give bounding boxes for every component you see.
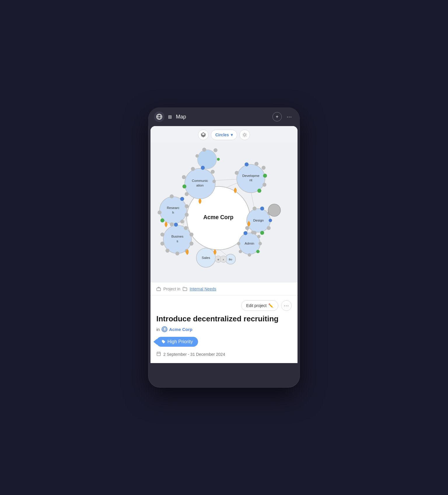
map-canvas[interactable]: Communic ation Developme nt	[150, 142, 298, 283]
svg-point-87	[244, 231, 248, 235]
edit-project-button[interactable]: Edit project ✏️	[241, 300, 278, 311]
circles-label: Circles	[215, 133, 229, 137]
svg-point-45	[245, 162, 249, 166]
svg-point-91	[256, 250, 260, 253]
svg-text:s: s	[176, 239, 178, 243]
chevron-down-icon: ▾	[231, 133, 233, 137]
svg-text:Developme: Developme	[242, 174, 260, 177]
circles-view-button[interactable]: Circles ▾	[211, 130, 237, 140]
add-button[interactable]: +	[272, 112, 282, 121]
svg-point-92	[248, 253, 251, 257]
calendar-icon	[156, 351, 161, 357]
svg-point-46	[255, 162, 259, 166]
svg-point-39	[182, 175, 186, 179]
svg-point-49	[262, 183, 267, 187]
svg-point-62	[158, 210, 162, 215]
svg-point-71	[175, 252, 179, 256]
briefcase-icon	[156, 287, 161, 291]
app-title: Map	[176, 114, 269, 120]
svg-point-82	[260, 231, 264, 235]
svg-point-80	[269, 219, 272, 222]
svg-point-41	[185, 192, 189, 196]
svg-text:Communic: Communic	[192, 179, 208, 182]
svg-point-37	[211, 170, 215, 174]
folder-icon	[183, 287, 187, 291]
map-toolbar: Circles ▾	[150, 126, 298, 142]
svg-rect-105	[157, 288, 160, 291]
more-button[interactable]: ···	[285, 112, 294, 121]
acme-corp-link[interactable]: Acme Corp	[169, 327, 192, 332]
svg-text:Bo: Bo	[229, 258, 232, 261]
content-area: Circles ▾	[150, 126, 298, 363]
svg-point-47	[262, 166, 266, 170]
layers-button[interactable]	[198, 130, 209, 140]
svg-text:Researc: Researc	[167, 206, 179, 210]
svg-line-7	[246, 136, 246, 137]
project-in-bar: Project in Internal Needs	[150, 283, 298, 296]
svg-point-69	[190, 242, 194, 246]
device-frame: ⊞ Map + ··· Circles ▾	[148, 107, 300, 388]
svg-point-30	[217, 158, 220, 161]
grid-icon: ⊞	[168, 114, 172, 120]
svg-text:∧: ∧	[223, 258, 224, 261]
map-svg: Communic ation Developme nt	[150, 142, 298, 283]
svg-text:ation: ation	[196, 183, 204, 187]
svg-rect-109	[157, 352, 160, 356]
app-logo[interactable]	[154, 111, 164, 122]
svg-text:nt: nt	[249, 178, 252, 182]
tag-icon	[162, 340, 166, 344]
svg-point-90	[258, 242, 262, 245]
svg-line-6	[243, 133, 243, 133]
svg-point-36	[201, 166, 205, 170]
in-label: in	[156, 327, 160, 332]
project-more-button[interactable]: ···	[281, 300, 292, 311]
date-row: 2 September - 31 December 2024	[156, 351, 292, 357]
svg-point-58	[185, 213, 189, 217]
svg-text:Admin: Admin	[245, 241, 254, 245]
svg-point-89	[257, 235, 260, 238]
svg-point-38	[212, 180, 216, 183]
svg-point-84	[245, 226, 249, 230]
edit-row: Edit project ✏️ ···	[156, 300, 292, 311]
svg-point-31	[195, 154, 199, 158]
svg-text:Sales: Sales	[202, 256, 210, 259]
priority-tag[interactable]: High Priority	[156, 337, 198, 347]
svg-point-77	[253, 207, 257, 211]
svg-point-3	[244, 134, 246, 136]
svg-point-72	[165, 249, 169, 253]
project-detail: Edit project ✏️ ··· Introduce decentrali…	[150, 296, 298, 363]
svg-point-56	[180, 197, 184, 201]
svg-point-67	[184, 226, 188, 230]
svg-point-73	[160, 242, 164, 246]
svg-point-48	[263, 174, 267, 178]
title-bar: ⊞ Map + ···	[148, 107, 300, 126]
svg-point-35	[191, 167, 195, 171]
svg-point-28	[202, 148, 206, 152]
svg-point-68	[190, 233, 194, 237]
svg-line-11	[246, 133, 246, 133]
svg-point-40	[183, 184, 187, 189]
svg-text:Busines: Busines	[171, 234, 183, 238]
svg-point-103	[268, 204, 281, 217]
svg-point-61	[160, 218, 164, 222]
svg-point-94	[237, 242, 241, 245]
svg-point-27	[197, 150, 217, 169]
org-icon	[162, 326, 167, 332]
svg-line-10	[243, 136, 243, 137]
light-button[interactable]	[239, 130, 250, 140]
priority-label: High Priority	[167, 339, 193, 344]
svg-text:Acme Corp: Acme Corp	[203, 214, 234, 220]
svg-point-88	[251, 231, 255, 234]
svg-point-29	[214, 148, 218, 152]
svg-point-51	[235, 171, 239, 175]
svg-point-93	[239, 250, 242, 253]
svg-point-74	[160, 233, 164, 237]
svg-point-57	[185, 204, 189, 208]
project-title: Introduce decentralized recruiting	[156, 314, 292, 323]
internal-needs-link[interactable]: Internal Needs	[190, 287, 216, 291]
svg-point-55	[170, 194, 174, 198]
edit-project-label: Edit project	[246, 303, 267, 308]
edit-icon: ✏️	[268, 303, 273, 308]
svg-text:Design: Design	[253, 218, 264, 222]
project-org-link: in Acme Corp	[156, 326, 292, 332]
